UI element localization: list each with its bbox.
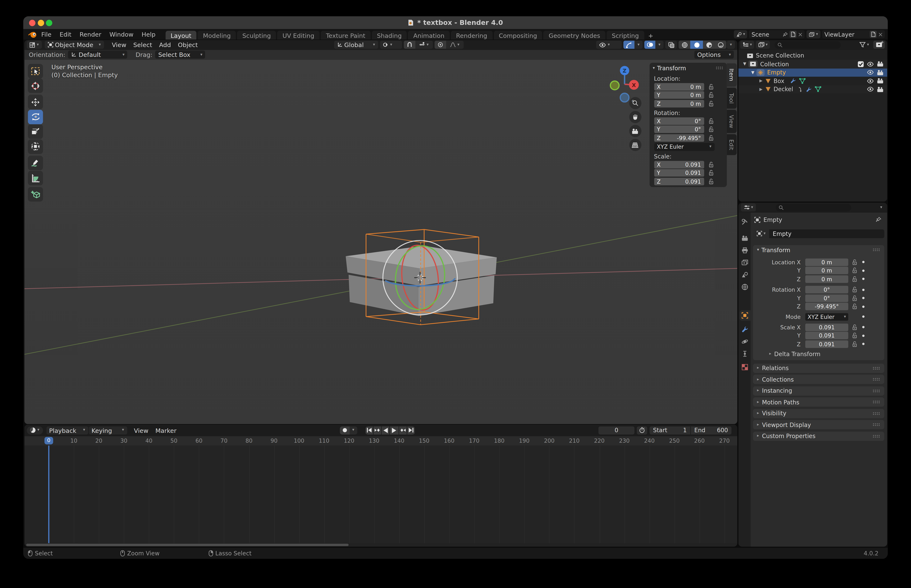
- pin-scene-icon[interactable]: [783, 32, 788, 37]
- animate-dot[interactable]: [862, 288, 864, 291]
- snap-settings-dropdown[interactable]: ▾: [415, 40, 433, 49]
- prop-scale-x[interactable]: 0.091: [805, 323, 848, 331]
- pan-view-button[interactable]: [629, 111, 641, 123]
- scene-field[interactable]: Scene: [749, 30, 805, 38]
- timeline-horizontal-scrollbar[interactable]: [26, 543, 349, 546]
- prop-scale-z[interactable]: 0.091: [805, 340, 848, 348]
- tab-animation[interactable]: Animation: [408, 31, 450, 40]
- select-box-tool[interactable]: [28, 63, 43, 78]
- properties-search-input[interactable]: [776, 204, 851, 211]
- show-object-types-dropdown[interactable]: ▾: [596, 40, 622, 49]
- editor-type-dropdown[interactable]: ▾: [26, 40, 41, 49]
- keying-menu[interactable]: Keying▾: [89, 426, 127, 434]
- view-menu[interactable]: View: [108, 41, 130, 48]
- zoom-view-button[interactable]: +: [629, 97, 641, 109]
- transform-panel-header[interactable]: ▾ Transform: [753, 245, 884, 255]
- lock-icon[interactable]: [852, 303, 858, 310]
- prop-location-y[interactable]: 0 m: [805, 267, 848, 274]
- outliner-row-deckel[interactable]: ▶ Deckel: [738, 85, 887, 94]
- object-id-dropdown[interactable]: ▾: [753, 229, 769, 238]
- outliner-row-empty[interactable]: ▼ Empty: [738, 68, 887, 76]
- annotate-tool[interactable]: [28, 156, 43, 170]
- collapse-icon[interactable]: ▶: [759, 79, 762, 83]
- viewport-canvas[interactable]: User Perspective (0) Collection | Empty …: [24, 60, 737, 424]
- tab-scripting[interactable]: Scripting: [606, 31, 644, 40]
- location-z-field[interactable]: Z0 m: [654, 100, 704, 107]
- outliner-search-input[interactable]: [774, 41, 841, 48]
- n-panel-tab-edit[interactable]: Edit: [727, 134, 737, 155]
- outliner-filter-dropdown[interactable]: ▾: [857, 40, 872, 49]
- exclude-checkbox[interactable]: [857, 61, 864, 67]
- current-frame-field[interactable]: 0: [598, 426, 634, 434]
- panel-custom-properties[interactable]: ▸Custom Properties: [753, 431, 884, 441]
- lock-icon[interactable]: [852, 276, 858, 282]
- timeline-track-area[interactable]: [24, 446, 737, 543]
- scale-tool[interactable]: [28, 124, 43, 139]
- tab-rendering[interactable]: Rendering: [451, 31, 493, 40]
- scale-y-field[interactable]: Y0.091: [654, 169, 704, 176]
- panel-grip-icon[interactable]: [716, 66, 723, 69]
- shading-wireframe-button[interactable]: [678, 40, 690, 49]
- remove-view-layer-icon[interactable]: [879, 32, 882, 36]
- hide-eye-icon[interactable]: [867, 61, 874, 67]
- timeline-ruler[interactable]: 0102030405060708090100110120130140150160…: [24, 436, 737, 446]
- panel-grip-icon[interactable]: [873, 248, 880, 252]
- toggle-orthographic-button[interactable]: [629, 139, 641, 151]
- unlink-scene-icon[interactable]: [798, 32, 803, 36]
- add-workspace-button[interactable]: +: [645, 31, 656, 40]
- pivot-point-dropdown[interactable]: ▾: [380, 40, 402, 49]
- timeline-marker-menu[interactable]: Marker: [152, 427, 180, 434]
- panel-viewport-display[interactable]: ▸Viewport Display: [753, 420, 884, 429]
- lock-icon[interactable]: [852, 341, 858, 347]
- prop-scale-y[interactable]: 0.091: [805, 332, 848, 339]
- rotation-x-field[interactable]: X0°: [654, 117, 704, 124]
- panel-relations[interactable]: ▸Relations: [753, 363, 884, 373]
- add-cube-tool[interactable]: [28, 187, 43, 202]
- playhead-line[interactable]: [48, 446, 49, 543]
- proportional-editing-toggle[interactable]: [435, 40, 446, 49]
- tab-scene[interactable]: [741, 271, 748, 278]
- expand-icon[interactable]: ▼: [743, 62, 746, 66]
- lock-icon[interactable]: [852, 324, 858, 330]
- properties-editor-type-dropdown[interactable]: ▾: [741, 203, 756, 212]
- tab-uv-editing[interactable]: UV Editing: [277, 31, 320, 40]
- lock-icon[interactable]: [708, 100, 714, 107]
- auto-keying-dropdown[interactable]: ▾: [349, 426, 357, 434]
- outliner-filter-type-dropdown[interactable]: ▾: [756, 40, 770, 49]
- jump-to-end-button[interactable]: [407, 426, 415, 434]
- lock-icon[interactable]: [852, 332, 858, 339]
- tab-view-layer[interactable]: [741, 259, 748, 266]
- expand-icon[interactable]: ▼: [751, 70, 754, 75]
- rotation-mode-dropdown[interactable]: XYZ Euler▾: [805, 313, 848, 320]
- drag-mode-dropdown[interactable]: Select Box ▾: [155, 51, 205, 59]
- disable-render-camera-icon[interactable]: [877, 86, 884, 92]
- use-preview-range-toggle[interactable]: [637, 426, 647, 434]
- animate-dot[interactable]: [862, 305, 864, 308]
- panel-motion-paths[interactable]: ▸Motion Paths: [753, 397, 884, 407]
- tool-orientation-dropdown[interactable]: Default ▾: [68, 51, 128, 59]
- tab-physics[interactable]: [741, 338, 748, 345]
- lock-icon[interactable]: [852, 267, 858, 274]
- menu-render[interactable]: Render: [76, 31, 105, 38]
- pin-id-icon[interactable]: [875, 216, 881, 222]
- close-window-button[interactable]: [29, 19, 36, 26]
- camera-view-button[interactable]: [629, 125, 641, 137]
- jump-to-start-button[interactable]: [365, 426, 373, 434]
- tab-sculpting[interactable]: Sculpting: [237, 31, 276, 40]
- lock-icon[interactable]: [708, 84, 714, 90]
- minimize-window-button[interactable]: [37, 19, 44, 26]
- gizmo-settings-dropdown[interactable]: ▾: [635, 40, 643, 49]
- prop-rotation-y[interactable]: 0°: [805, 294, 848, 302]
- scale-z-field[interactable]: Z0.091: [654, 178, 704, 185]
- animate-dot[interactable]: [862, 261, 864, 263]
- rotate-tool[interactable]: [28, 110, 43, 124]
- lock-icon[interactable]: [708, 170, 714, 176]
- properties-options-icon[interactable]: ▾: [880, 205, 882, 209]
- play-reverse-button[interactable]: [381, 426, 389, 434]
- browse-scene-button[interactable]: ▾: [734, 30, 748, 38]
- proportional-falloff-dropdown[interactable]: ▾: [446, 40, 463, 49]
- move-tool[interactable]: [28, 95, 43, 109]
- tab-object[interactable]: [741, 312, 748, 318]
- n-panel-tab-view[interactable]: View: [727, 110, 737, 133]
- prop-location-z[interactable]: 0 m: [805, 275, 848, 283]
